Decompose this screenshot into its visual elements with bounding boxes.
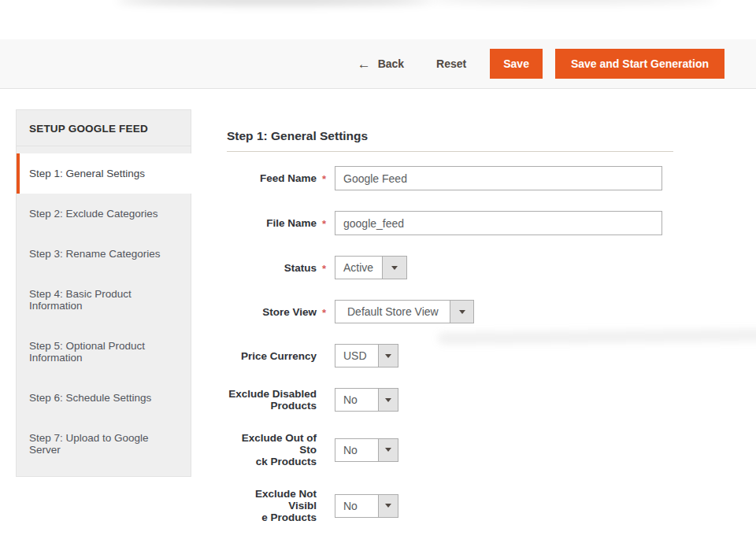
file-name-input[interactable]: [335, 211, 662, 235]
sidebar-item-step-2-exclude-categories[interactable]: Step 2: Exclude Categories: [17, 194, 191, 234]
feed-name-row: Feed Name *: [227, 166, 673, 190]
sidebar-item-step-6-schedule-settings[interactable]: Step 6: Schedule Settings: [17, 378, 191, 418]
page-title: Step 1: General Settings: [227, 128, 673, 144]
required-marker: *: [317, 216, 335, 230]
label-spacer: [317, 505, 335, 507]
general-settings-form-panel: Step 1: General Settings Feed Name * Fil…: [227, 128, 673, 544]
exclude-out-of-stock-products-select[interactable]: No: [335, 438, 398, 462]
top-shadow-artifact-right: [429, 0, 717, 3]
file-name-row: File Name *: [227, 211, 673, 235]
exclude-disabled-products-select-value: No: [335, 389, 378, 411]
exclude-out-of-stock-products-label: Exclude Out of Sto ck Products: [227, 432, 317, 467]
dropdown-arrow-icon: [378, 439, 398, 461]
sidebar-item-step-7-upload-to-google-server[interactable]: Step 7: Upload to Google Server: [17, 418, 191, 470]
dropdown-arrow-icon: [378, 495, 398, 517]
dropdown-arrow-icon: [382, 257, 406, 279]
sidebar-item-step-3-rename-categories[interactable]: Step 3: Rename Categories: [17, 234, 191, 274]
file-name-label: File Name: [227, 217, 317, 229]
status-row: Status * Active: [227, 256, 673, 279]
feed-name-input[interactable]: [335, 166, 662, 190]
exclude-out-of-stock-products-select-value: No: [335, 439, 378, 461]
required-marker: *: [317, 305, 335, 319]
store-view-select-value: Default Store View: [335, 301, 450, 323]
status-label: Status: [227, 262, 317, 274]
reset-button-label: Reset: [436, 57, 466, 70]
required-marker: *: [317, 172, 335, 185]
label-spacer: [317, 355, 335, 356]
back-arrow-icon: ←: [358, 57, 371, 71]
label-spacer: [317, 399, 335, 401]
price-currency-label: Price Currency: [227, 350, 317, 362]
exclude-not-visible-products-select-value: No: [335, 495, 378, 517]
heading-divider: [227, 151, 673, 152]
exclude-not-visible-products-select[interactable]: No: [335, 494, 398, 518]
reset-button[interactable]: Reset: [436, 57, 466, 70]
store-view-select[interactable]: Default Store View: [335, 300, 474, 323]
feed-name-label: Feed Name: [227, 172, 317, 184]
dropdown-arrow-icon: [450, 301, 473, 323]
sidebar-item-step-1-general-settings[interactable]: Step 1: General Settings: [17, 153, 195, 194]
exclude-disabled-products-row: Exclude Disabled Products No: [227, 388, 673, 412]
store-view-label: Store View: [227, 306, 317, 318]
exclude-not-visible-products-label: Exclude Not Visibl e Products: [227, 488, 317, 523]
status-select[interactable]: Active: [335, 256, 407, 279]
top-shadow-artifact: [117, 0, 433, 5]
label-spacer: [317, 449, 335, 451]
dropdown-arrow-icon: [378, 345, 398, 367]
exclude-disabled-products-select[interactable]: No: [335, 388, 398, 412]
sidebar-title: SETUP GOOGLE FEED: [17, 110, 191, 146]
back-button-label: Back: [378, 57, 404, 70]
sidebar-item-step-5-optional-product-information[interactable]: Step 5: Optional Product Information: [17, 326, 191, 378]
dropdown-arrow-icon: [378, 389, 398, 411]
back-button[interactable]: ← Back: [358, 57, 404, 71]
price-currency-select-value: USD: [335, 345, 378, 367]
save-button[interactable]: Save: [490, 49, 543, 79]
page-actions-toolbar: ← Back Reset Save Save and Start Generat…: [0, 39, 756, 89]
save-and-start-generation-button[interactable]: Save and Start Generation: [555, 49, 724, 79]
required-marker: *: [317, 261, 335, 275]
exclude-not-visible-products-row: Exclude Not Visibl e Products No: [227, 488, 673, 523]
setup-steps-sidebar: SETUP GOOGLE FEED Step 1: General Settin…: [16, 109, 191, 477]
exclude-disabled-products-label: Exclude Disabled Products: [227, 388, 317, 412]
price-currency-select[interactable]: USD: [335, 344, 398, 367]
sidebar-item-step-4-basic-product-information[interactable]: Step 4: Basic Product Information: [17, 274, 191, 326]
status-select-value: Active: [335, 257, 382, 279]
store-view-row: Store View * Default Store View: [227, 300, 673, 323]
steps-nav: Step 1: General Settings Step 2: Exclude…: [17, 146, 191, 470]
price-currency-row: Price Currency USD: [227, 344, 673, 367]
exclude-out-of-stock-products-row: Exclude Out of Sto ck Products No: [227, 432, 673, 467]
